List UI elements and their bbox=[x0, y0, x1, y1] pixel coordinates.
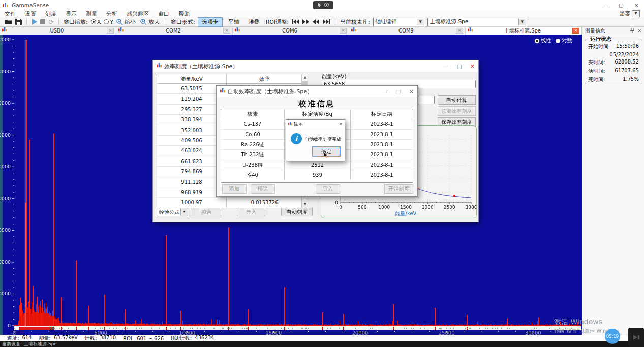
import-button[interactable]: 导入 bbox=[237, 208, 265, 216]
zoom-out-button[interactable]: 缩小 bbox=[116, 18, 137, 26]
close-icon[interactable]: ✕ bbox=[629, 1, 644, 10]
status-item: ROI计数:436234 bbox=[171, 335, 214, 342]
dialog-icon bbox=[288, 122, 292, 127]
close-icon[interactable]: ✕ bbox=[409, 88, 414, 95]
prompt-dialog: 提示 ✕ i 自动效率刻度完成 确定 bbox=[286, 119, 345, 161]
status-label: 计数: bbox=[85, 335, 97, 342]
roi-first-icon[interactable] bbox=[292, 19, 299, 24]
close-icon[interactable]: ✕ bbox=[470, 63, 475, 70]
recorder-cursor-icon[interactable] bbox=[318, 2, 322, 9]
stop-acquisition-icon[interactable] bbox=[40, 19, 45, 24]
nuclide-library-select[interactable]: 铀钍镭钾 ▼ bbox=[373, 18, 424, 26]
nuclide-cell: Ra-226链 bbox=[221, 140, 285, 149]
add-nuclide-button[interactable]: 添加 bbox=[222, 184, 247, 194]
efficiency-dialog-titlebar[interactable]: 效率刻度（土壤标准源.Spe） — ▢ ✕ bbox=[153, 60, 478, 72]
table-row[interactable]: 1000.970.0153726 bbox=[157, 198, 309, 208]
auto-dialog-titlebar[interactable]: 自动效率刻度（土壤标准源.Spe） — ▢ ✕ bbox=[217, 86, 417, 97]
tab-close-icon[interactable]: ✕ bbox=[572, 28, 579, 34]
recorder-corner-widget[interactable] bbox=[628, 328, 644, 347]
tab-label: COM2 bbox=[124, 28, 223, 34]
tab-COM9[interactable]: COM9✕ bbox=[349, 27, 466, 35]
menu-item-2[interactable]: 设置 bbox=[25, 10, 36, 18]
recorder-stop-icon[interactable] bbox=[324, 2, 329, 9]
tab-USB0[interactable]: USB0✕ bbox=[0, 27, 116, 35]
start-calibration-button[interactable]: 开始刻度 bbox=[384, 184, 413, 194]
roi-back-icon[interactable] bbox=[313, 19, 320, 24]
info-icon: i bbox=[291, 133, 302, 144]
col-header-activity: 标定活度/Bq bbox=[285, 109, 351, 119]
run-status-group: 运行状态 开始时间:15:50:0605/22/2024实时间:62808.52… bbox=[585, 39, 642, 84]
menu-item-8[interactable]: 窗口 bbox=[158, 10, 169, 18]
menu-item-4[interactable]: 显示 bbox=[66, 10, 77, 18]
minimize-icon[interactable]: — bbox=[443, 63, 448, 70]
form-tab-button[interactable]: 选项卡 bbox=[198, 17, 223, 27]
minimize-icon[interactable]: — bbox=[598, 1, 614, 10]
maximize-icon[interactable]: ▢ bbox=[614, 1, 629, 10]
zoom-in-button[interactable]: 放大 bbox=[140, 18, 161, 26]
panel-close-icon[interactable]: ✕ bbox=[637, 28, 641, 34]
table-row[interactable]: K-409392023-8-1 bbox=[221, 170, 413, 180]
spectrum-file-select[interactable]: 土壤标准源.Spe ▼ bbox=[427, 18, 526, 26]
recording-timer-badge[interactable]: 05:19 bbox=[605, 329, 620, 344]
prompt-titlebar[interactable]: 提示 ✕ bbox=[286, 120, 345, 129]
tab-close-icon[interactable]: ✕ bbox=[456, 28, 463, 34]
status-value: 63.57keV bbox=[54, 335, 78, 342]
form-stack-button[interactable]: 堆叠 bbox=[245, 18, 263, 26]
device-bar: 当前设备: 土壤标准源.Spe bbox=[0, 341, 644, 347]
read-efficiency-button[interactable]: 读取效率刻度 bbox=[438, 106, 476, 116]
nuclide-cell: U-238链 bbox=[221, 160, 285, 170]
fit-button[interactable]: 拟合 bbox=[192, 208, 221, 216]
tab-label: 土壤标准源.Spe bbox=[473, 27, 572, 35]
menu-item-3[interactable]: 刻度 bbox=[45, 10, 56, 18]
window-zoom-label: 窗口缩放: bbox=[64, 18, 88, 26]
close-icon[interactable]: ✕ bbox=[339, 122, 343, 127]
tab-COM2[interactable]: COM2✕ bbox=[116, 27, 233, 35]
screen-recorder-toolbar[interactable] bbox=[313, 1, 333, 9]
pin-icon[interactable] bbox=[630, 28, 634, 34]
svg-text:2500: 2500 bbox=[444, 205, 455, 210]
menu-item-9[interactable]: 帮助 bbox=[178, 10, 190, 18]
tab-close-icon[interactable]: ✕ bbox=[223, 28, 230, 34]
date-cell: 2023-8-1 bbox=[351, 160, 413, 170]
nuclide-library-value: 铀钍镭钾 bbox=[376, 18, 397, 25]
import-calibration-button[interactable]: 导入 bbox=[316, 184, 340, 194]
table-row[interactable]: U-238链25122023-8-1 bbox=[221, 160, 413, 170]
tab-app-icon bbox=[235, 27, 240, 34]
save-icon[interactable] bbox=[15, 19, 22, 25]
zoom-axis-x-radio[interactable]: X bbox=[91, 19, 101, 25]
menu-item-1[interactable]: 文件 bbox=[5, 10, 16, 18]
scroll-up-icon[interactable]: ▲ bbox=[302, 74, 309, 81]
log-radio[interactable]: 对数 bbox=[556, 37, 572, 44]
start-acquisition-icon[interactable] bbox=[32, 19, 37, 25]
user-dropdown-icon[interactable]: ▼ bbox=[632, 10, 640, 17]
menu-item-5[interactable]: 测量 bbox=[86, 10, 97, 18]
tab-close-icon[interactable]: ✕ bbox=[340, 28, 347, 34]
roi-forward-icon[interactable] bbox=[302, 19, 310, 24]
col-header-nuclide: 核素 bbox=[221, 109, 285, 119]
run-status-title: 运行状态 bbox=[589, 36, 613, 43]
zoom-axis-y-radio[interactable]: Y bbox=[104, 19, 113, 25]
formula-select[interactable]: 经验公式 ▾ bbox=[157, 208, 188, 216]
auto-calc-button[interactable]: 自动计算 bbox=[438, 95, 476, 105]
open-file-icon[interactable] bbox=[5, 19, 12, 25]
form-tile-button[interactable]: 平铺 bbox=[225, 18, 243, 26]
menu-item-7[interactable]: 感兴趣区 bbox=[127, 10, 149, 18]
roi-last-icon[interactable] bbox=[323, 19, 330, 24]
tab-COM6[interactable]: COM6✕ bbox=[233, 27, 349, 35]
minimize-icon[interactable]: — bbox=[382, 88, 387, 95]
remove-nuclide-button[interactable]: 移除 bbox=[251, 184, 275, 194]
linear-radio[interactable]: 线性 bbox=[535, 37, 551, 44]
scroll-down-icon[interactable]: ▼ bbox=[302, 201, 309, 208]
tab-土壤标准源.Spe[interactable]: 土壤标准源.Spe✕ bbox=[466, 27, 582, 35]
main-toolbar: ⟳ 窗口缩放: X Y 缩小 放大 窗口形式: 选项卡 平铺 堆叠 ROI调整:… bbox=[0, 17, 644, 27]
refresh-icon[interactable]: ⟳ bbox=[48, 18, 54, 26]
run-status-row: 死时间:1.75% bbox=[585, 75, 642, 84]
tab-close-icon[interactable]: ✕ bbox=[107, 28, 114, 34]
auto-calibrate-button[interactable]: 自动刻度 bbox=[281, 208, 313, 216]
nuclide-cell: Cs-137 bbox=[221, 119, 285, 129]
menu-item-6[interactable]: 分析 bbox=[106, 10, 117, 18]
current-device-label: 当前设备: bbox=[2, 341, 22, 347]
status-label: ROI: bbox=[123, 336, 134, 341]
maximize-icon[interactable]: ▢ bbox=[456, 63, 462, 70]
energy-input-label: 能量(keV) bbox=[322, 73, 347, 80]
